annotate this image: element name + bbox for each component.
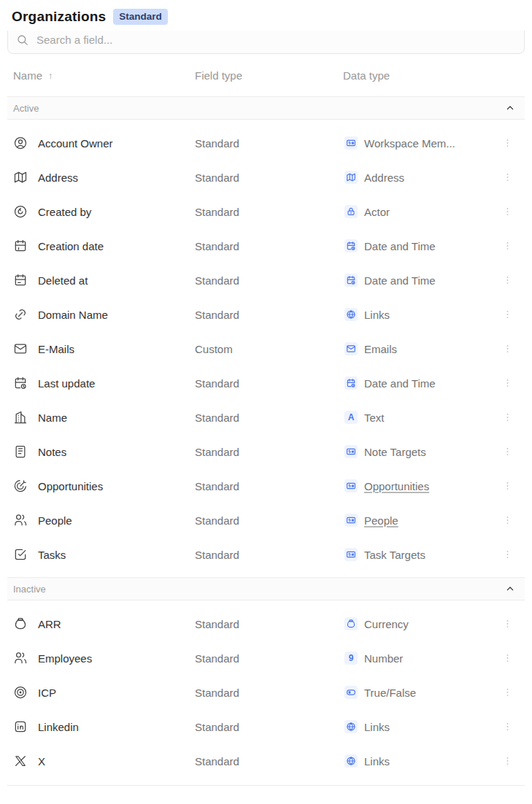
mail-icon [344, 342, 358, 355]
column-header-field-type: Field type [195, 69, 242, 82]
field-name-label: Created by [38, 205, 91, 217]
kebab-menu-icon[interactable] [502, 652, 513, 663]
field-type-label: Standard [195, 274, 239, 286]
kebab-menu-icon[interactable] [502, 377, 513, 388]
chevron-up-icon[interactable] [504, 583, 516, 595]
field-section: Active Account Owner Standard Workspace … [7, 96, 525, 577]
link-icon [13, 307, 28, 322]
field-name-label: X [38, 754, 45, 767]
search-box[interactable] [7, 31, 525, 54]
data-type-label: Task Targets [364, 548, 425, 560]
moneybag-icon [344, 617, 358, 630]
kebab-menu-icon[interactable] [502, 514, 513, 525]
kebab-menu-icon[interactable] [502, 171, 513, 182]
field-type-label: Standard [195, 652, 239, 664]
section-header[interactable]: Inactive [7, 577, 525, 600]
field-section: Inactive ARR Standard Currency Employees… [7, 577, 525, 784]
data-type-label: Date and Time [364, 274, 436, 286]
relation-icon [344, 514, 358, 527]
kebab-menu-icon[interactable] [502, 549, 513, 560]
field-row[interactable]: ARR Standard Currency [7, 606, 525, 641]
data-type-label: Text [364, 411, 385, 423]
kebab-menu-icon[interactable] [502, 618, 513, 629]
field-row[interactable]: Last update Standard Date and Time [7, 366, 525, 400]
kebab-menu-icon[interactable] [502, 309, 513, 320]
page-header: Organizations Standard [0, 0, 532, 31]
building-icon [13, 410, 28, 425]
lock-icon [344, 205, 358, 218]
field-type-label: Standard [195, 548, 239, 560]
data-type-label: Note Targets [364, 445, 426, 457]
field-row[interactable]: Tasks Standard Task Targets [7, 537, 525, 571]
users-icon [13, 651, 28, 665]
field-row[interactable]: Address Standard Address [7, 160, 525, 194]
kebab-menu-icon[interactable] [502, 137, 513, 148]
section-header[interactable]: Active [7, 96, 525, 120]
field-row[interactable]: Creation date Standard Date and Time [7, 228, 525, 263]
field-type-label: Standard [195, 754, 239, 767]
field-row[interactable]: Deleted at Standard Date and Time [7, 263, 525, 297]
calendar-clock-icon [13, 376, 28, 390]
kebab-menu-icon[interactable] [502, 343, 513, 354]
field-row[interactable]: X Standard Links [7, 743, 525, 778]
data-type-link[interactable]: Opportunities [364, 479, 429, 492]
fields-table: Name ↑ Field type Data type Active Accou… [7, 54, 525, 786]
data-type-label: Actor [364, 205, 390, 217]
field-type-label: Standard [195, 308, 239, 320]
field-row[interactable]: Opportunities Standard Opportunities [7, 468, 525, 503]
checkbox-icon [13, 547, 28, 562]
relation-icon [344, 548, 358, 561]
letter-a-icon: A [344, 411, 358, 424]
data-type-label: Date and Time [364, 376, 436, 389]
calendar-clock-icon [344, 239, 358, 252]
kebab-menu-icon[interactable] [502, 274, 513, 285]
field-type-label: Standard [195, 411, 239, 423]
chevron-up-icon[interactable] [504, 102, 516, 114]
field-type-label: Standard [195, 479, 239, 492]
kebab-menu-icon[interactable] [502, 446, 513, 457]
field-row[interactable]: Domain Name Standard Links [7, 297, 525, 331]
data-type-label: Workspace Mem... [364, 136, 455, 149]
search-input[interactable] [35, 33, 516, 47]
kebab-menu-icon[interactable] [502, 206, 513, 217]
field-row[interactable]: People Standard People [7, 503, 525, 537]
data-type-label: Address [364, 171, 404, 183]
brand-x-icon [13, 754, 28, 768]
field-row[interactable]: E-Mails Custom Emails [7, 331, 525, 366]
field-name-label: Name [38, 411, 67, 423]
kebab-menu-icon[interactable] [502, 411, 513, 422]
kebab-menu-icon[interactable] [502, 240, 513, 251]
field-row[interactable]: Notes Standard Note Targets [7, 434, 525, 468]
kebab-menu-icon[interactable] [502, 721, 513, 732]
data-type-label: Date and Time [364, 239, 436, 252]
field-type-label: Standard [195, 686, 239, 698]
field-row[interactable]: Name Standard A Text [7, 400, 525, 434]
field-row[interactable]: Employees Standard 9 Number [7, 641, 525, 675]
moneybag-icon [13, 616, 28, 631]
field-name-label: Linkedin [38, 720, 79, 733]
field-name-label: Account Owner [38, 136, 113, 149]
data-type-link[interactable]: People [364, 514, 398, 526]
restore-icon [13, 204, 28, 219]
page-title: Organizations [12, 9, 106, 25]
field-type-label: Custom [195, 342, 233, 355]
field-type-label: Standard [195, 136, 239, 149]
field-name-label: Last update [38, 376, 95, 389]
field-name-label: Domain Name [38, 308, 108, 320]
kebab-menu-icon[interactable] [502, 687, 513, 697]
kebab-menu-icon[interactable] [502, 480, 513, 491]
user-circle-icon [13, 136, 28, 150]
field-row[interactable]: Created by Standard Actor [7, 194, 525, 228]
standard-badge: Standard [113, 9, 168, 25]
column-header-name[interactable]: Name [13, 69, 42, 82]
data-type-label: Currency [364, 617, 409, 630]
field-row[interactable]: Linkedin Standard Links [7, 709, 525, 743]
field-name-label: Notes [38, 445, 66, 457]
relation-icon [344, 136, 358, 150]
field-row[interactable]: Account Owner Standard Workspace Mem... [7, 125, 525, 160]
kebab-menu-icon[interactable] [502, 755, 513, 766]
field-row[interactable]: ICP Standard True/False [7, 675, 525, 709]
field-type-label: Standard [195, 171, 239, 183]
calendar-minus-icon [13, 273, 28, 287]
field-name-label: ARR [38, 617, 61, 630]
